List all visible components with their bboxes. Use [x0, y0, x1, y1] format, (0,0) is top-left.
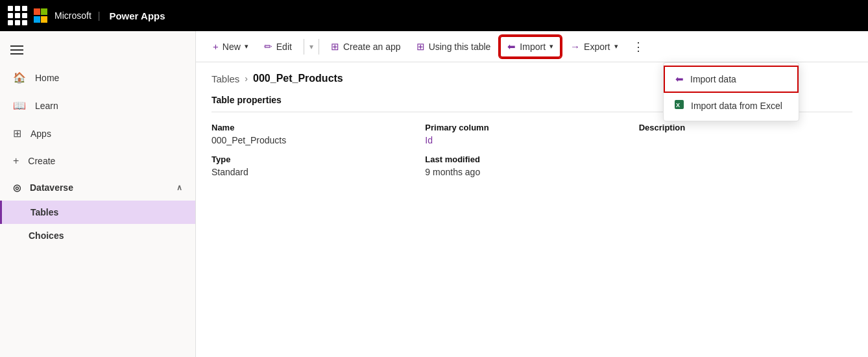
import-data-label: Import data	[690, 74, 736, 84]
toolbar: + New ▾ ✏ Edit ▾ ⊞ Create an app ⊞ Using…	[196, 31, 868, 62]
breadcrumb-current: 000_Pet_Products	[253, 73, 343, 84]
sidebar-item-learn-label: Learn	[35, 101, 58, 111]
sidebar: 🏠 Home 📖 Learn ⊞ Apps + Create ◎ Dataver…	[0, 31, 196, 357]
import-data-item[interactable]: ⬅ Import data	[664, 66, 799, 93]
more-options-button[interactable]: ⋮	[627, 38, 649, 55]
import-button[interactable]: ⬅ Import ▾	[500, 36, 561, 58]
edit-icon: ✏	[264, 41, 272, 53]
sidebar-item-choices[interactable]: Choices	[0, 224, 195, 247]
props-grid: Name Primary column Description 000_Pet_…	[211, 119, 852, 182]
sidebar-item-create[interactable]: + Create	[0, 147, 195, 175]
excel-icon: X	[674, 99, 684, 112]
apps-icon: ⊞	[13, 127, 21, 140]
topbar: Microsoft | Power Apps	[0, 0, 868, 31]
primary-col-value: Id	[425, 134, 638, 151]
export-icon: →	[570, 41, 580, 52]
microsoft-logo	[34, 8, 48, 23]
import-button-label: Import	[520, 42, 546, 52]
main-content: + New ▾ ✏ Edit ▾ ⊞ Create an app ⊞ Using…	[196, 31, 868, 357]
sidebar-item-dataverse-label: Dataverse	[30, 182, 73, 193]
breadcrumb-separator: ›	[245, 73, 248, 84]
create-app-icon: ⊞	[331, 41, 339, 53]
import-excel-item[interactable]: X Import data from Excel	[664, 93, 799, 118]
plus-icon: +	[213, 41, 219, 52]
toolbar-divider-1	[304, 39, 304, 55]
create-app-button-label: Create an app	[343, 42, 401, 52]
edit-button-label: Edit	[276, 42, 292, 52]
name-label: Name	[211, 119, 425, 134]
import-excel-label: Import data from Excel	[691, 101, 782, 111]
empty-label	[639, 151, 852, 166]
export-chevron-icon: ▾	[614, 42, 618, 51]
ms-word: Microsoft	[54, 10, 91, 21]
sidebar-item-learn[interactable]: 📖 Learn	[0, 92, 195, 119]
edit-button[interactable]: ✏ Edit	[258, 37, 298, 56]
chevron-up-icon: ∧	[176, 183, 182, 192]
import-dropdown-menu: ⬅ Import data X Import data from Excel	[663, 62, 799, 121]
using-table-icon: ⊞	[416, 41, 425, 53]
edit-chevron-icon[interactable]: ▾	[309, 42, 313, 51]
empty-value	[639, 166, 852, 182]
import-data-icon: ⬅	[675, 73, 684, 85]
sidebar-item-tables[interactable]: Tables	[0, 201, 195, 224]
import-chevron-icon: ▾	[549, 42, 553, 51]
last-modified-value: 9 months ago	[425, 166, 638, 182]
create-app-button[interactable]: ⊞ Create an app	[324, 37, 407, 56]
sidebar-item-tables-label: Tables	[30, 207, 58, 217]
type-value: Standard	[211, 166, 425, 182]
new-button-label: New	[223, 42, 241, 52]
description-value	[639, 134, 852, 151]
sidebar-item-choices-label: Choices	[29, 230, 64, 241]
svg-text:X: X	[676, 102, 680, 108]
create-icon: +	[13, 155, 19, 167]
breadcrumb-parent[interactable]: Tables	[211, 73, 239, 84]
sidebar-item-dataverse[interactable]: ◎ Dataverse ∧	[0, 175, 195, 201]
home-icon: 🏠	[13, 71, 26, 84]
learn-icon: 📖	[13, 99, 26, 112]
app-name: Power Apps	[109, 10, 165, 21]
sidebar-item-create-label: Create	[28, 156, 55, 166]
sidebar-item-apps-label: Apps	[30, 129, 51, 139]
type-label: Type	[211, 151, 425, 166]
main-layout: 🏠 Home 📖 Learn ⊞ Apps + Create ◎ Dataver…	[0, 31, 868, 357]
export-button-label: Export	[584, 42, 610, 52]
apps-grid-icon[interactable]	[8, 6, 27, 25]
sidebar-item-apps[interactable]: ⊞ Apps	[0, 119, 195, 147]
new-button[interactable]: + New ▾	[206, 37, 255, 56]
last-modified-label: Last modified	[425, 151, 638, 166]
using-table-button-label: Using this table	[429, 42, 491, 52]
new-chevron-icon: ▾	[245, 42, 248, 51]
hamburger-menu[interactable]	[0, 36, 195, 64]
primary-col-label: Primary column	[425, 119, 638, 134]
dataverse-icon: ◎	[13, 182, 21, 193]
toolbar-divider-2	[319, 39, 319, 55]
export-button[interactable]: → Export ▾	[564, 37, 624, 56]
import-icon: ⬅	[507, 41, 516, 53]
sidebar-item-home[interactable]: 🏠 Home	[0, 64, 195, 92]
sidebar-item-home-label: Home	[35, 73, 59, 83]
using-table-button[interactable]: ⊞ Using this table	[410, 37, 498, 56]
name-value: 000_Pet_Products	[211, 134, 425, 151]
